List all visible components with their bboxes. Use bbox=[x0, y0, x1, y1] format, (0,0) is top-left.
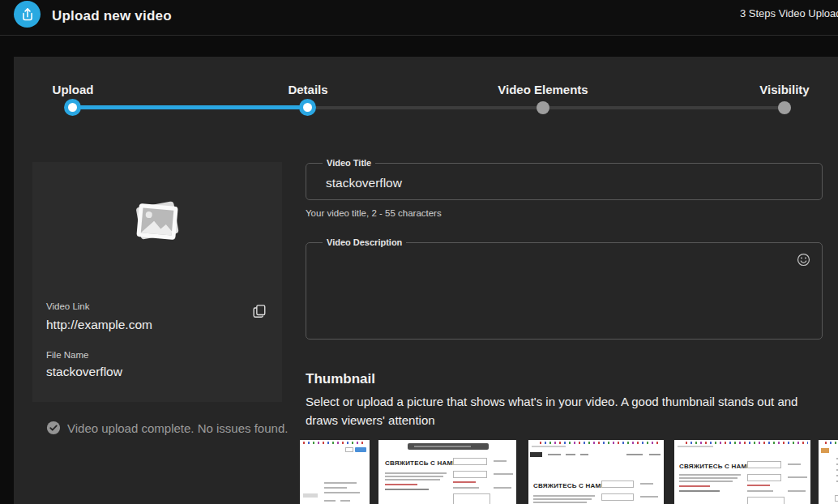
steps-counter-text: 3 Steps Video Upload bbox=[740, 7, 838, 19]
mock-text-line bbox=[747, 490, 773, 492]
mock-select-field bbox=[747, 461, 781, 468]
mock-text-line bbox=[324, 482, 357, 484]
thumbnail-section-description: Select or upload a picture that shows wh… bbox=[306, 392, 831, 429]
video-description-field: Video Description bbox=[306, 237, 823, 340]
mock-logo-block bbox=[821, 448, 829, 453]
thumbnail-option-3[interactable]: СВЯЖИТЕСЬ С НАМИ bbox=[528, 440, 664, 504]
video-link-label: Video Link bbox=[46, 301, 90, 311]
upload-status: Video upload complete. No issues found. bbox=[46, 421, 288, 435]
step-label-details: Details bbox=[288, 83, 327, 96]
mock-text-line bbox=[533, 502, 587, 503]
mock-error-line bbox=[747, 485, 770, 486]
mock-select-field bbox=[601, 481, 634, 488]
mock-text-line bbox=[533, 498, 592, 500]
mock-bookmarks-bar bbox=[540, 442, 661, 444]
mock-text-line bbox=[788, 490, 806, 492]
mock-nav-item bbox=[649, 454, 661, 455]
main-panel: Upload Details Video Elements Visibility… bbox=[14, 57, 838, 504]
mock-nav-item bbox=[548, 454, 561, 455]
video-title-helper-text: Your video title, 2 - 55 characters bbox=[306, 208, 442, 218]
mock-text-line bbox=[453, 487, 479, 489]
step-dot-upload[interactable] bbox=[64, 99, 81, 116]
thumbnail-section-heading: Thumbnail bbox=[306, 371, 375, 387]
copy-link-button[interactable] bbox=[250, 302, 268, 320]
mock-text-line bbox=[679, 474, 741, 476]
mock-bookmarks-bar bbox=[686, 442, 808, 444]
emoji-icon bbox=[797, 253, 810, 267]
mock-text-line bbox=[679, 481, 733, 482]
mock-text-line bbox=[385, 489, 429, 490]
copy-icon bbox=[252, 304, 267, 318]
mock-input-field bbox=[453, 471, 487, 478]
video-description-input[interactable] bbox=[316, 252, 802, 318]
step-dot-details[interactable] bbox=[299, 99, 316, 116]
video-title-field: Video Title bbox=[306, 158, 823, 200]
image-placeholder-icon bbox=[131, 198, 183, 246]
step-label-upload: Upload bbox=[53, 83, 94, 96]
app-logo[interactable] bbox=[14, 1, 41, 28]
mock-text-line bbox=[324, 500, 336, 502]
mock-text-line bbox=[324, 492, 360, 493]
thumbnail-option-2[interactable]: СВЯЖИТЕСЬ С НАМИ bbox=[378, 440, 516, 504]
video-description-label: Video Description bbox=[323, 237, 406, 247]
video-link-value[interactable]: http://example.com bbox=[46, 318, 152, 332]
mock-button bbox=[345, 447, 353, 452]
check-circle-icon bbox=[46, 421, 61, 435]
video-title-input[interactable] bbox=[316, 173, 812, 199]
mock-label-block bbox=[303, 493, 318, 498]
mock-text-line bbox=[385, 479, 440, 481]
mock-pill-text bbox=[414, 446, 471, 447]
mock-link-line bbox=[385, 484, 417, 485]
video-title-label: Video Title bbox=[323, 158, 375, 168]
mock-input-field bbox=[601, 493, 634, 501]
mock-url-bar bbox=[532, 446, 566, 447]
mock-textarea-field bbox=[747, 497, 785, 504]
file-name-label: File Name bbox=[46, 350, 88, 360]
mock-field-label bbox=[494, 473, 513, 475]
mock-site-logo bbox=[530, 452, 542, 457]
upload-status-text: Video upload complete. No issues found. bbox=[67, 421, 288, 435]
file-name-value: stackoverflow bbox=[46, 365, 122, 379]
step-dot-video-elements[interactable] bbox=[537, 101, 549, 114]
mock-nav-item bbox=[580, 454, 588, 455]
mock-page-heading: СВЯЖИТЕСЬ С НАМИ bbox=[679, 463, 751, 470]
thumbnail-option-4[interactable]: СВЯЖИТЕСЬ С НАМИ bbox=[674, 440, 810, 504]
upload-new-video-page: { "topbar": { "title": "Upload new video… bbox=[0, 0, 838, 504]
mock-input-field bbox=[747, 474, 781, 481]
mock-text-line bbox=[679, 490, 720, 492]
mock-page-heading: СВЯЖИТЕСЬ С НАМИ bbox=[533, 482, 605, 489]
mock-error-line bbox=[453, 481, 476, 483]
video-info-card: Video Link http://example.com File Name … bbox=[32, 162, 282, 402]
mock-select-field bbox=[453, 458, 487, 465]
stepper-track-completed bbox=[73, 105, 308, 109]
thumbnail-option-1[interactable] bbox=[300, 440, 370, 504]
mock-field-label bbox=[494, 460, 507, 462]
mock-text-line bbox=[533, 495, 595, 497]
mock-textarea-field bbox=[453, 493, 490, 504]
emoji-picker-button[interactable] bbox=[794, 250, 812, 268]
page-title: Upload new video bbox=[52, 6, 172, 27]
thumbnail-option-5[interactable] bbox=[819, 440, 838, 504]
step-label-video-elements: Video Elements bbox=[498, 83, 588, 96]
mock-field-label bbox=[640, 483, 653, 485]
mock-page-heading: СВЯЖИТЕСЬ С НАМИ bbox=[385, 459, 457, 467]
mock-url-bar bbox=[678, 446, 713, 447]
top-bar: Upload new video 3 Steps Video Upload bbox=[0, 0, 838, 36]
mock-field-label bbox=[640, 496, 658, 498]
mock-text-line bbox=[494, 487, 511, 489]
video-thumbnail-placeholder bbox=[131, 198, 183, 250]
mock-nav-item bbox=[626, 454, 643, 455]
mock-text-line bbox=[340, 500, 350, 502]
mock-link-line bbox=[679, 485, 710, 487]
mock-text-line bbox=[679, 477, 738, 479]
mock-field-label bbox=[788, 476, 807, 478]
mock-text-line bbox=[385, 476, 443, 477]
mock-bookmarks-bar bbox=[303, 442, 366, 444]
mock-primary-button bbox=[355, 447, 366, 452]
mock-nav-item bbox=[566, 454, 575, 455]
step-dot-visibility[interactable] bbox=[778, 101, 791, 114]
mock-field-label bbox=[788, 463, 801, 465]
mock-input-field bbox=[835, 495, 838, 502]
mock-text-line bbox=[385, 472, 447, 474]
mock-bookmarks-bar bbox=[825, 442, 838, 444]
